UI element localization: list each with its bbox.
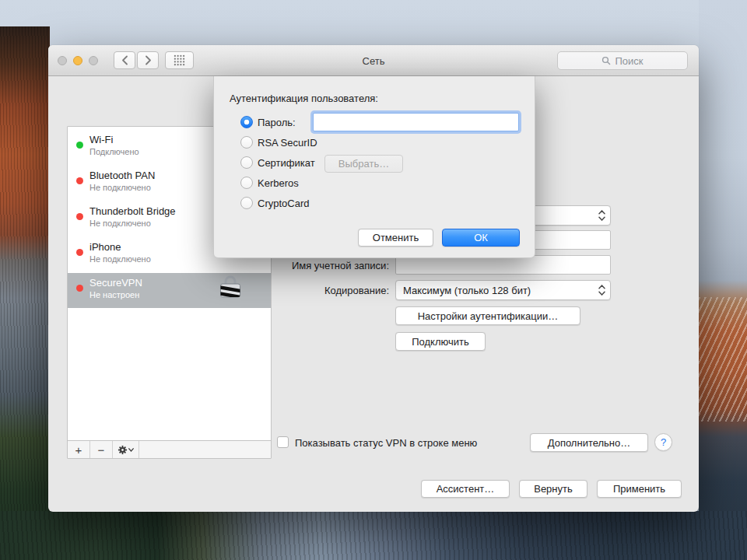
- help-button[interactable]: ?: [654, 433, 672, 451]
- ok-button[interactable]: ОК: [442, 229, 520, 247]
- wallpaper-valley: [0, 511, 747, 560]
- show-vpn-status-checkbox[interactable]: [277, 436, 289, 448]
- popup-chevrons-icon: [598, 285, 605, 296]
- encoding-popup[interactable]: Максимум (только 128 бит): [395, 280, 611, 300]
- auth-settings-button[interactable]: Настройки аутентификации…: [395, 306, 580, 325]
- status-dot-red: [76, 249, 83, 256]
- radio-cryptocard[interactable]: [240, 197, 253, 209]
- revert-button[interactable]: Вернуть: [519, 480, 587, 498]
- search-input[interactable]: Поиск: [557, 51, 688, 70]
- connect-button[interactable]: Подключить: [395, 332, 486, 351]
- list-toolbar: + −: [68, 440, 271, 458]
- service-name: Thunderbolt Bridge: [89, 205, 176, 217]
- service-status: Не подключено: [89, 219, 151, 228]
- account-name-label: Имя учетной записи:: [227, 260, 389, 271]
- service-name: Bluetooth PAN: [89, 170, 155, 181]
- service-name: SecureVPN: [89, 277, 142, 289]
- radio-rsa-securid-label: RSA SecurID: [258, 137, 317, 149]
- wallpaper-snow-texture: [699, 297, 747, 422]
- status-dot-red: [76, 213, 83, 220]
- encoding-value: Максимум (только 128 бит): [403, 285, 531, 296]
- add-service-button[interactable]: +: [68, 441, 90, 458]
- radio-password[interactable]: [240, 116, 253, 128]
- gear-icon: [117, 445, 128, 455]
- dialog-title: Аутентификация пользователя:: [230, 93, 378, 104]
- radio-kerberos[interactable]: [240, 177, 253, 189]
- remove-service-button[interactable]: −: [90, 441, 113, 458]
- encoding-label: Кодирование:: [227, 285, 389, 296]
- minus-icon: −: [98, 443, 105, 457]
- apply-button[interactable]: Применить: [597, 480, 682, 498]
- status-dot-red: [76, 285, 83, 292]
- service-name: Wi-Fi: [89, 134, 113, 145]
- service-status: Не подключено: [89, 254, 151, 264]
- service-status: Подключено: [89, 147, 139, 156]
- search-icon: [601, 56, 611, 65]
- wallpaper-left-cliff: [0, 26, 50, 560]
- popup-chevrons-icon: [598, 210, 605, 222]
- wallpaper-right-cliff: [699, 0, 747, 560]
- assistant-button[interactable]: Ассистент…: [421, 480, 510, 498]
- search-placeholder: Поиск: [615, 55, 643, 67]
- status-dot-green: [76, 142, 83, 149]
- radio-certificate[interactable]: [240, 156, 253, 169]
- radio-password-label: Пароль:: [258, 117, 296, 128]
- cancel-button[interactable]: Отменить: [358, 229, 433, 247]
- actions-menu-button[interactable]: [113, 441, 139, 458]
- chevron-down-icon: [128, 448, 134, 452]
- password-input[interactable]: [313, 113, 519, 131]
- service-name: iPhone: [89, 241, 121, 253]
- service-status: Не подключено: [89, 183, 151, 192]
- window-titlebar: Сеть Поиск: [48, 45, 699, 76]
- advanced-button[interactable]: Дополнительно…: [530, 433, 648, 452]
- choose-certificate-button[interactable]: Выбрать…: [324, 155, 403, 173]
- service-status: Не настроен: [89, 290, 139, 299]
- authentication-dialog: Аутентификация пользователя: Пароль: RSA…: [213, 76, 535, 258]
- radio-certificate-label: Сертификат: [258, 157, 315, 169]
- desktop: Сеть Поиск Wi-Fi Подключено Bluetooth PA…: [0, 0, 747, 560]
- show-vpn-status-label: Показывать статус VPN в строке меню: [295, 437, 477, 449]
- radio-rsa-securid[interactable]: [240, 136, 253, 149]
- radio-kerberos-label: Kerberos: [258, 177, 299, 189]
- plus-icon: +: [75, 443, 82, 457]
- status-dot-red: [76, 177, 83, 184]
- radio-cryptocard-label: CryptoCard: [258, 198, 309, 209]
